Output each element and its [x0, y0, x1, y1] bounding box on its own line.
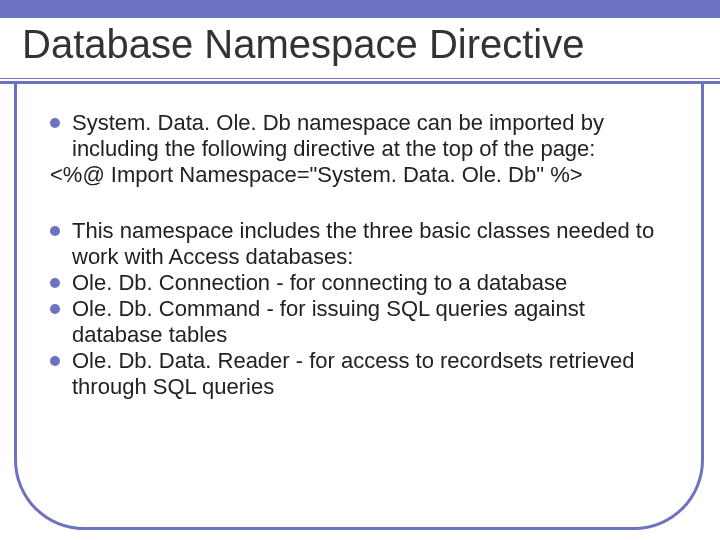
bullet-text: Ole. Db. Connection - for connecting to … [72, 270, 670, 296]
content-area: System. Data. Ole. Db namespace can be i… [50, 110, 670, 400]
bullet-item: System. Data. Ole. Db namespace can be i… [50, 110, 670, 162]
title-underline-inner [0, 79, 720, 81]
bullet-item: This namespace includes the three basic … [50, 218, 670, 270]
bullet-icon [50, 226, 60, 236]
bullet-icon [50, 118, 60, 128]
bullet-icon [50, 304, 60, 314]
code-line: <%@ Import Namespace="System. Data. Ole.… [50, 162, 670, 188]
bullet-text: System. Data. Ole. Db namespace can be i… [72, 110, 670, 162]
bullet-text: This namespace includes the three basic … [72, 218, 670, 270]
bullet-icon [50, 356, 60, 366]
paragraph-1: System. Data. Ole. Db namespace can be i… [50, 110, 670, 188]
slide: Database Namespace Directive System. Dat… [0, 0, 720, 540]
bullet-item: Ole. Db. Command - for issuing SQL queri… [50, 296, 670, 348]
bullet-item: Ole. Db. Connection - for connecting to … [50, 270, 670, 296]
bullet-text: Ole. Db. Data. Reader - for access to re… [72, 348, 670, 400]
top-accent-band [0, 0, 720, 18]
paragraph-2: This namespace includes the three basic … [50, 218, 670, 400]
bullet-icon [50, 278, 60, 288]
bullet-item: Ole. Db. Data. Reader - for access to re… [50, 348, 670, 400]
slide-title: Database Namespace Directive [22, 22, 584, 67]
bullet-text: Ole. Db. Command - for issuing SQL queri… [72, 296, 670, 348]
